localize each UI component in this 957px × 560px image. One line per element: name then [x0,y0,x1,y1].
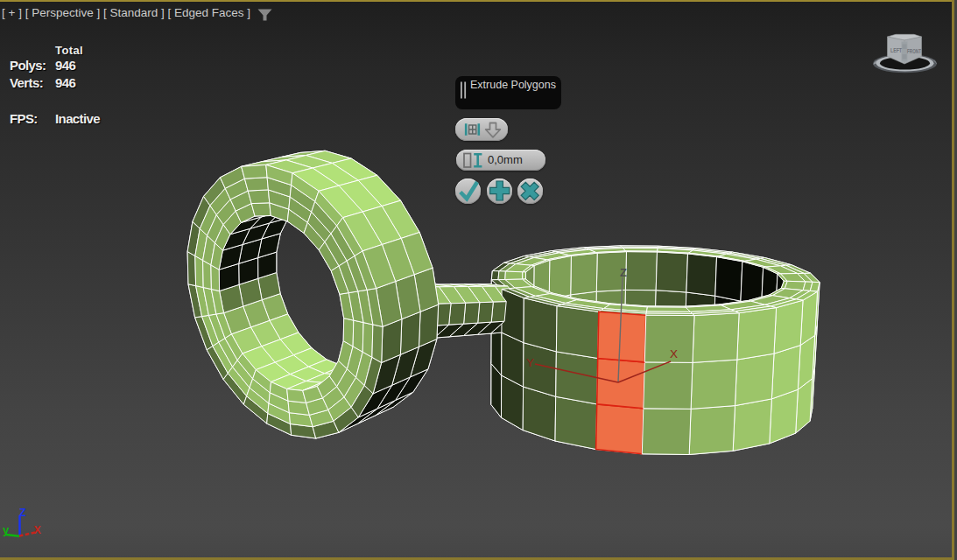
svg-text:X: X [34,524,42,536]
svg-text:y: y [3,523,10,536]
svg-text:LEFT: LEFT [890,47,902,53]
svg-text:Z: Z [19,507,26,519]
svg-text:Y: Y [526,356,534,369]
svg-text:FRONT: FRONT [907,48,921,54]
svg-text:Z: Z [620,266,627,279]
svg-text:X: X [670,347,678,360]
